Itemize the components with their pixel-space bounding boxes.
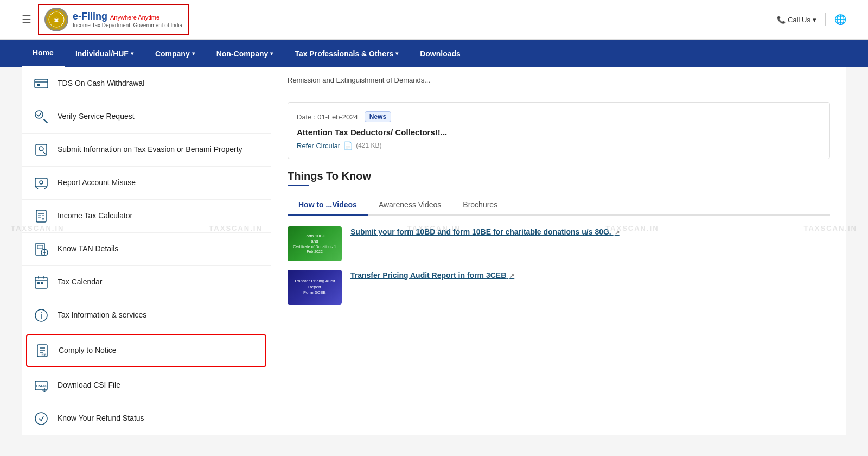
main-content: TDS On Cash Withdrawal Verify Service Re…	[22, 67, 846, 435]
menu-item-submit-info[interactable]: Submit Information on Tax Evasion or Ben…	[22, 134, 271, 167]
external-link-1: ↗	[615, 229, 620, 236]
nav-home[interactable]: Home	[22, 40, 65, 67]
comply-notice-icon	[34, 342, 51, 359]
refund-status-label: Know Your Refund Status	[58, 413, 144, 424]
logo-main-text: e-Filing Anywhere Anytime	[73, 11, 182, 22]
nav-taxprofessionals[interactable]: Tax Professionals & Others ▾	[284, 41, 409, 67]
menu-item-comply-notice[interactable]: Comply to Notice	[26, 334, 266, 367]
video-title-2[interactable]: Transfer Pricing Audit Report in form 3C…	[350, 270, 514, 281]
nav-downloads-label: Downloads	[420, 49, 461, 58]
svg-rect-5	[37, 84, 40, 86]
tab-brochures[interactable]: Brochures	[452, 195, 508, 216]
phone-icon: 📞	[777, 16, 786, 24]
tax-calendar-label: Tax Calendar	[58, 277, 103, 288]
news-badge: News	[365, 111, 391, 122]
nav-noncompany-label: Non-Company	[216, 49, 269, 58]
nav-company-arrow: ▾	[192, 50, 195, 56]
svg-line-9	[43, 152, 46, 154]
comply-notice-label: Comply to Notice	[59, 345, 117, 356]
svg-rect-14	[36, 210, 46, 222]
news-link[interactable]: Refer Circular 📄 (421 KB)	[297, 141, 821, 150]
report-misuse-icon	[33, 174, 50, 192]
news-title: Attention Tax Deductors/ Collectors!!...	[297, 128, 821, 137]
pdf-icon: 📄	[343, 141, 353, 150]
file-size: (421 KB)	[356, 142, 381, 149]
svg-rect-22	[37, 245, 43, 249]
menu-item-know-tan[interactable]: Know TAN Details	[22, 233, 271, 266]
news-card-header: Date : 01-Feb-2024 News	[297, 111, 821, 122]
nav-company[interactable]: Company ▾	[144, 41, 206, 67]
nav-individual-arrow: ▾	[131, 50, 133, 56]
logo-sub-text: Income Tax Department, Government of Ind…	[73, 22, 182, 28]
call-us-arrow: ▾	[813, 16, 816, 24]
verify-service-label: Verify Service Request	[58, 111, 135, 122]
call-us-button[interactable]: 📞 Call Us ▾	[777, 16, 816, 24]
tds-cash-icon	[33, 75, 50, 92]
header-right: 📞 Call Us ▾ 🌐	[777, 13, 846, 26]
external-link-2: ↗	[509, 273, 514, 279]
nav-individual[interactable]: Individual/HUF ▾	[65, 41, 144, 67]
tax-info-label: Tax Information & services	[58, 310, 146, 321]
nav-home-label: Home	[33, 48, 54, 57]
download-csi-label: Download CSI File	[58, 380, 120, 391]
tab-how-to-videos[interactable]: How to ...Videos	[288, 195, 368, 216]
svg-point-6	[35, 111, 43, 118]
tds-cash-label: TDS On Cash Withdrawal	[58, 78, 144, 89]
menu-item-verify-service[interactable]: Verify Service Request	[22, 100, 271, 134]
income-calc-label: Income Tax Calculator	[58, 211, 132, 221]
logo-emblem: 🏛	[44, 8, 68, 31]
svg-text:File: File	[41, 384, 47, 388]
video-thumb-1[interactable]: Form 10BD and Certificate of Donation - …	[288, 226, 342, 261]
header-left: ☰ 🏛 e-Filing Anywhere Anytime Income Tax…	[22, 4, 189, 35]
video-thumb-text-1: Form 10BD and Certificate of Donation - …	[288, 231, 342, 257]
globe-icon[interactable]: 🌐	[834, 14, 846, 26]
submit-info-icon	[33, 141, 50, 159]
menu-item-download-csi[interactable]: CSI File Download CSI File	[22, 369, 271, 402]
svg-text:🏛: 🏛	[54, 17, 59, 23]
video-title-1[interactable]: Submit your form 10BD and form 10BE for …	[350, 226, 620, 238]
svg-point-43	[35, 413, 47, 425]
logo-tagline: Anywhere Anytime	[110, 14, 159, 21]
nav-individual-label: Individual/HUF	[75, 49, 129, 58]
left-panel: TDS On Cash Withdrawal Verify Service Re…	[22, 67, 271, 435]
menu-item-income-calc[interactable]: Income Tax Calculator	[22, 200, 271, 233]
svg-rect-29	[37, 282, 40, 284]
logo-container: 🏛 e-Filing Anywhere Anytime Income Tax D…	[38, 4, 189, 35]
download-csi-icon: CSI File	[33, 377, 50, 394]
left-panel-inner: TDS On Cash Withdrawal Verify Service Re…	[22, 67, 271, 435]
hamburger-icon[interactable]: ☰	[22, 13, 31, 26]
menu-item-tax-calendar[interactable]: Tax Calendar	[22, 266, 271, 299]
main-nav: Home Individual/HUF ▾ Company ▾ Non-Comp…	[0, 40, 868, 67]
svg-rect-10	[35, 178, 47, 187]
header-divider	[825, 13, 826, 26]
video-thumb-2[interactable]: Transfer Pricing Audit Report Form 3CEB	[288, 270, 342, 305]
income-calc-icon	[33, 207, 50, 225]
nav-company-label: Company	[155, 49, 190, 58]
nav-downloads[interactable]: Downloads	[409, 41, 471, 67]
menu-item-report-misuse[interactable]: Report Account Misuse	[22, 167, 271, 200]
svg-point-8	[39, 147, 43, 151]
svg-rect-3	[35, 79, 48, 88]
things-to-know: Things To Know How to ...Videos Awarenes…	[288, 170, 830, 305]
tax-calendar-icon	[33, 274, 50, 291]
menu-item-tds-cash[interactable]: TDS On Cash Withdrawal	[22, 67, 271, 100]
nav-noncompany[interactable]: Non-Company ▾	[206, 41, 284, 67]
video-item-1: Form 10BD and Certificate of Donation - …	[288, 226, 830, 261]
nav-taxprofessionals-arrow: ▾	[395, 50, 398, 56]
nav-noncompany-arrow: ▾	[270, 50, 273, 56]
tab-awareness-videos[interactable]: Awareness Videos	[368, 195, 452, 216]
know-tan-label: Know TAN Details	[58, 244, 118, 255]
menu-item-tax-info[interactable]: Tax Information & services	[22, 299, 271, 332]
logo-text: e-Filing Anywhere Anytime Income Tax Dep…	[73, 11, 182, 28]
header: ☰ 🏛 e-Filing Anywhere Anytime Income Tax…	[0, 0, 868, 40]
call-us-label: Call Us	[788, 16, 810, 24]
remission-text: Remission and Extinguishment of Demands.…	[288, 76, 830, 84]
know-tan-icon	[33, 240, 50, 258]
nav-taxprofessionals-label: Tax Professionals & Others	[295, 49, 393, 58]
menu-item-refund-status[interactable]: Know Your Refund Status	[22, 402, 271, 435]
news-link-text: Refer Circular	[297, 142, 340, 150]
things-tabs: How to ...Videos Awareness Videos Brochu…	[288, 195, 830, 216]
verify-service-icon	[33, 108, 50, 125]
things-header: Things To Know	[288, 170, 830, 182]
report-misuse-label: Report Account Misuse	[58, 178, 136, 188]
